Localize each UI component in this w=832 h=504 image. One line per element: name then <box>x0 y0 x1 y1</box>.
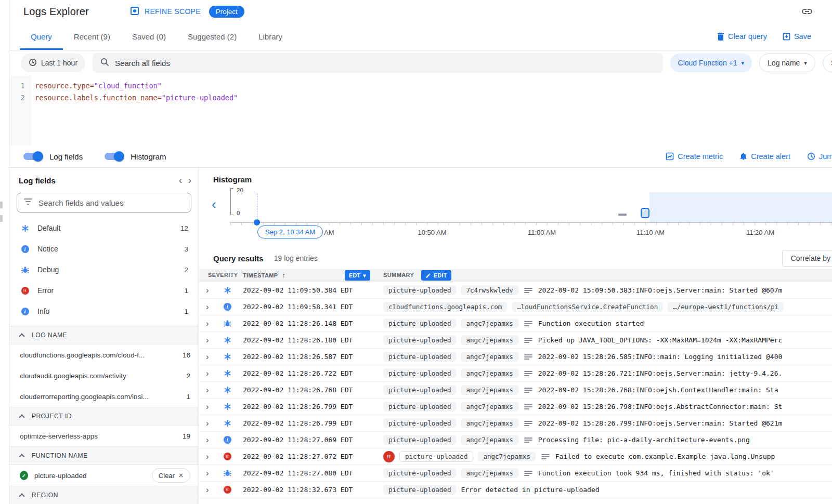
section-header-region[interactable]: REGION <box>9 486 199 504</box>
resource-filter-chip[interactable]: Cloud Function +1 ▾ <box>670 54 752 72</box>
log-chip[interactable]: picture-uploaded <box>383 485 456 495</box>
severity-filter-item[interactable]: Default12 <box>9 218 199 238</box>
tab-saved[interactable]: Saved (0) <box>121 23 177 50</box>
log-entry-row[interactable]: ›2022-09-02 11:28:27.080 EDTpicture-uplo… <box>199 465 832 482</box>
expand-chevron-icon[interactable]: › <box>199 368 219 379</box>
log-entry-row[interactable]: ›i2022-09-02 11:28:27.069 EDTpicture-upl… <box>199 432 832 448</box>
expand-chevron-icon[interactable]: › <box>199 402 219 412</box>
log-chip[interactable]: angc7jepamxs <box>461 435 518 445</box>
refine-scope-button[interactable]: REFINE SCOPE <box>129 6 201 18</box>
log-field-item[interactable]: ✓picture-uploadedClear✕ <box>9 465 199 486</box>
query-code[interactable]: resource.type="cloud_function" resource.… <box>31 75 238 145</box>
expand-chevron-icon[interactable]: › <box>199 302 219 312</box>
severity-filter-item[interactable]: iNotice3 <box>9 238 199 259</box>
expand-chevron-icon[interactable]: › <box>199 468 219 479</box>
log-chip[interactable]: picture-uploaded <box>383 335 456 345</box>
log-chip[interactable]: angc7jepamxs <box>461 352 518 362</box>
expand-chevron-icon[interactable]: › <box>199 385 219 395</box>
log-entry-row[interactable]: ›2022-09-02 11:28:26.722 EDTpicture-uplo… <box>199 365 832 382</box>
severity-filter-item[interactable]: iInfo1 <box>9 301 199 322</box>
section-header-project-id[interactable]: PROJECT ID <box>9 407 199 426</box>
share-link-icon[interactable] <box>801 5 813 18</box>
log-chip[interactable]: picture-uploaded <box>383 368 456 378</box>
log-chip[interactable]: angc7jepamxs <box>461 418 518 428</box>
severity-filter-item[interactable]: !!Error1 <box>9 280 199 301</box>
log-chip[interactable]: angc7jepamxs <box>461 368 518 378</box>
log-chip[interactable]: …loudFunctionsService.CreateFunction <box>512 302 663 312</box>
log-entry-row[interactable]: ›2022-09-02 11:28:26.587 EDTpicture-uplo… <box>199 349 832 365</box>
section-header-log-name[interactable]: LOG NAME <box>9 326 199 344</box>
log-entry-row[interactable]: ›2022-09-02 11:09:50.384 EDTpicture-uplo… <box>199 282 832 299</box>
range-start-handle[interactable] <box>254 219 260 226</box>
log-chip[interactable]: 7c4rwskwledv <box>461 285 518 295</box>
histogram-prev-icon[interactable]: ‹ <box>212 197 216 211</box>
log-entry-row[interactable]: ›2022-09-02 11:28:26.148 EDTpicture-uplo… <box>199 315 832 332</box>
log-chip[interactable]: picture-uploaded <box>383 468 456 478</box>
log-chip[interactable]: angc7jepamxs <box>461 468 518 478</box>
log-chip[interactable]: angc7jepamxs <box>461 335 518 345</box>
expand-chevron-icon[interactable]: › <box>199 285 219 296</box>
log-chip[interactable]: picture-uploaded <box>383 319 456 328</box>
log-chip[interactable]: picture-uploaded <box>383 402 456 412</box>
log-chip[interactable]: …/europe-west1/functions/pi <box>668 302 784 312</box>
log-chip[interactable]: cloudfunctions.googleapis.com <box>383 302 507 312</box>
search-input[interactable] <box>115 59 655 68</box>
range-end-handle[interactable] <box>641 208 649 218</box>
log-name-filter[interactable]: Log name ▾ <box>759 54 815 72</box>
expand-chevron-icon[interactable]: › <box>199 485 219 495</box>
log-chip[interactable]: picture-uploaded <box>399 451 473 462</box>
expand-panel-icon[interactable]: › <box>188 175 191 186</box>
expand-chevron-icon[interactable]: › <box>199 319 219 329</box>
create-alert-button[interactable]: Create alert <box>739 152 790 161</box>
log-entry-row[interactable]: ›2022-09-02 11:28:26.768 EDTpicture-uplo… <box>199 382 832 399</box>
log-chip[interactable]: angc7jepamxs <box>461 402 518 412</box>
tab-suggested[interactable]: Suggested (2) <box>177 23 248 50</box>
severity-filter-item[interactable]: Debug2 <box>9 259 199 280</box>
log-chip[interactable]: angc7jepamxs <box>478 452 535 461</box>
log-chip[interactable]: picture-uploaded <box>383 435 456 445</box>
log-field-item[interactable]: clouderrorreporting.googleapis.com/insi.… <box>9 386 199 407</box>
log-entry-row[interactable]: ›2022-09-02 11:28:26.799 EDTpicture-uplo… <box>199 399 832 415</box>
clear-query-button[interactable]: Clear query <box>717 32 767 41</box>
scrollbar-mark[interactable] <box>0 215 3 222</box>
expand-chevron-icon[interactable]: › <box>199 435 219 445</box>
query-editor[interactable]: 1 2 resource.type="cloud_function" resou… <box>9 75 832 145</box>
expand-chevron-icon[interactable]: › <box>199 452 219 462</box>
log-fields-toggle[interactable] <box>23 153 42 160</box>
time-range-button[interactable]: Last 1 hour <box>21 54 85 72</box>
log-chip[interactable]: angc7jepamxs <box>461 385 518 395</box>
jump-to-time-button[interactable]: Jump to time <box>807 152 832 161</box>
create-metric-button[interactable]: Create metric <box>666 152 723 161</box>
section-header-function-name[interactable]: FUNCTION NAME <box>9 446 199 465</box>
log-chip[interactable]: picture-uploaded <box>383 385 456 395</box>
correlate-by-button[interactable]: Correlate by <box>782 250 832 267</box>
timezone-button[interactable]: EDT ▾ <box>345 270 370 281</box>
histogram-toggle[interactable] <box>105 153 123 160</box>
log-entry-row[interactable]: ›2022-09-02 11:28:26.180 EDTpicture-uplo… <box>199 332 832 349</box>
tab-recent[interactable]: Recent (9) <box>63 23 121 50</box>
timestamp-column-header[interactable]: TIMESTAMP ↑ <box>243 272 285 279</box>
scrollbar-mark[interactable] <box>0 202 3 208</box>
tab-query[interactable]: Query <box>20 23 63 50</box>
edit-summary-button[interactable]: EDIT <box>421 270 451 281</box>
log-chip[interactable]: angc7jepamxs <box>461 319 518 328</box>
log-chip[interactable]: picture-uploaded <box>383 352 456 362</box>
scope-badge[interactable]: Project <box>209 6 244 18</box>
expand-chevron-icon[interactable]: › <box>199 418 219 429</box>
log-entry-row[interactable]: ›!!2022-09-02 11:28:27.072 EDT!!picture-… <box>199 448 832 465</box>
collapse-panel-icon[interactable]: ‹ <box>179 175 182 186</box>
log-chip[interactable]: picture-uploaded <box>383 418 456 428</box>
expand-chevron-icon[interactable]: › <box>199 335 219 346</box>
tab-library[interactable]: Library <box>248 23 293 50</box>
log-entry-row[interactable]: ›i2022-09-02 11:09:58.341 EDTcloudfuncti… <box>199 299 832 315</box>
histogram-selection-region[interactable] <box>649 192 832 222</box>
log-entry-row[interactable]: ›2022-09-02 11:28:26.799 EDTpicture-uplo… <box>199 415 832 432</box>
severity-filter[interactable]: Severity ▾ <box>823 54 832 72</box>
log-entry-row[interactable]: ›!!2022-09-02 11:28:32.673 EDTpicture-up… <box>199 482 832 498</box>
log-chip[interactable]: picture-uploaded <box>383 285 456 295</box>
log-field-item[interactable]: optimize-serverless-apps19 <box>9 426 199 446</box>
expand-chevron-icon[interactable]: › <box>199 352 219 362</box>
log-field-item[interactable]: cloudaudit.googleapis.com/activity2 <box>9 365 199 386</box>
fields-search-input[interactable] <box>38 198 185 207</box>
save-button[interactable]: Save <box>783 32 811 41</box>
